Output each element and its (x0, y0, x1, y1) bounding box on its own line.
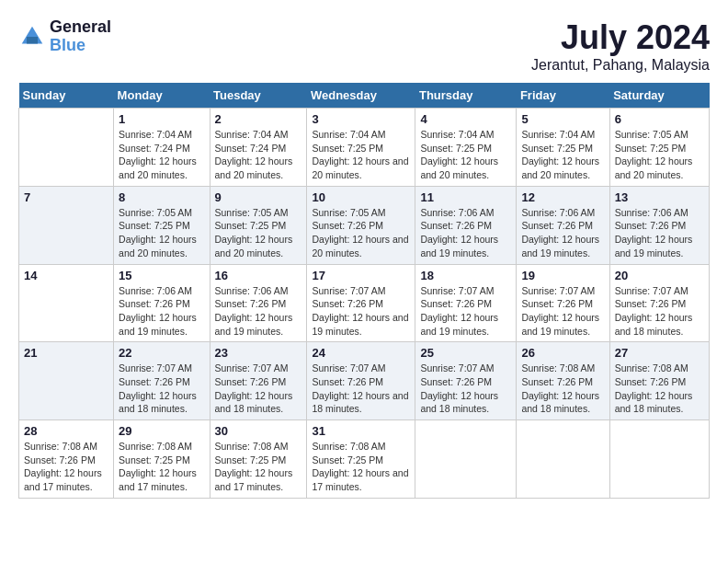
day-number: 28 (24, 424, 108, 438)
day-number: 31 (312, 424, 410, 438)
month-title: July 2024 (531, 18, 710, 57)
location-title: Jerantut, Pahang, Malaysia (531, 57, 710, 74)
day-cell: 9Sunrise: 7:05 AM Sunset: 7:25 PM Daylig… (210, 186, 307, 264)
day-number: 9 (215, 190, 302, 204)
day-number: 21 (24, 346, 108, 360)
week-row-5: 28Sunrise: 7:08 AM Sunset: 7:26 PM Dayli… (19, 420, 710, 499)
day-info: Sunrise: 7:05 AM Sunset: 7:26 PM Dayligh… (312, 206, 410, 260)
day-number: 25 (420, 346, 511, 360)
day-cell: 19Sunrise: 7:07 AM Sunset: 7:26 PM Dayli… (517, 264, 609, 342)
day-info: Sunrise: 7:08 AM Sunset: 7:25 PM Dayligh… (312, 440, 410, 494)
day-cell: 13Sunrise: 7:06 AM Sunset: 7:26 PM Dayli… (609, 186, 709, 264)
day-info: Sunrise: 7:08 AM Sunset: 7:26 PM Dayligh… (24, 440, 108, 494)
day-number: 23 (215, 346, 302, 360)
day-info: Sunrise: 7:07 AM Sunset: 7:26 PM Dayligh… (119, 362, 204, 416)
day-cell: 12Sunrise: 7:06 AM Sunset: 7:26 PM Dayli… (517, 186, 609, 264)
day-cell: 29Sunrise: 7:08 AM Sunset: 7:25 PM Dayli… (114, 420, 210, 499)
day-info: Sunrise: 7:07 AM Sunset: 7:26 PM Dayligh… (312, 284, 410, 339)
day-number: 17 (312, 269, 410, 282)
col-sunday: Sunday (19, 83, 114, 109)
day-info: Sunrise: 7:06 AM Sunset: 7:26 PM Dayligh… (420, 206, 511, 260)
day-cell: 10Sunrise: 7:05 AM Sunset: 7:26 PM Dayli… (307, 186, 415, 264)
day-info: Sunrise: 7:05 AM Sunset: 7:25 PM Dayligh… (215, 206, 302, 260)
day-number: 14 (24, 269, 108, 282)
day-number: 15 (119, 269, 204, 282)
day-cell: 23Sunrise: 7:07 AM Sunset: 7:26 PM Dayli… (210, 342, 307, 420)
day-number: 3 (312, 112, 410, 126)
day-cell (19, 109, 114, 187)
logo-text: GeneralBlue (50, 18, 111, 55)
day-info: Sunrise: 7:07 AM Sunset: 7:26 PM Dayligh… (420, 284, 511, 339)
week-row-1: 1Sunrise: 7:04 AM Sunset: 7:24 PM Daylig… (19, 109, 710, 187)
header-row: Sunday Monday Tuesday Wednesday Thursday… (19, 83, 710, 109)
day-cell: 18Sunrise: 7:07 AM Sunset: 7:26 PM Dayli… (415, 264, 517, 342)
day-cell: 8Sunrise: 7:05 AM Sunset: 7:25 PM Daylig… (114, 186, 210, 264)
day-number: 29 (119, 424, 204, 438)
day-number: 12 (521, 190, 604, 204)
day-number: 1 (119, 112, 204, 126)
calendar-table: Sunday Monday Tuesday Wednesday Thursday… (18, 83, 710, 499)
day-info: Sunrise: 7:04 AM Sunset: 7:24 PM Dayligh… (215, 128, 302, 182)
day-cell: 16Sunrise: 7:06 AM Sunset: 7:26 PM Dayli… (210, 264, 307, 342)
day-cell: 15Sunrise: 7:06 AM Sunset: 7:26 PM Dayli… (114, 264, 210, 342)
day-info: Sunrise: 7:06 AM Sunset: 7:26 PM Dayligh… (215, 284, 302, 339)
week-row-3: 1415Sunrise: 7:06 AM Sunset: 7:26 PM Day… (19, 264, 710, 342)
day-info: Sunrise: 7:08 AM Sunset: 7:25 PM Dayligh… (119, 440, 204, 494)
title-block: July 2024 Jerantut, Pahang, Malaysia (531, 18, 710, 74)
svg-rect-1 (27, 37, 38, 44)
day-cell: 22Sunrise: 7:07 AM Sunset: 7:26 PM Dayli… (114, 342, 210, 420)
logo-icon (18, 23, 46, 51)
day-number: 13 (615, 190, 704, 204)
day-info: Sunrise: 7:07 AM Sunset: 7:26 PM Dayligh… (420, 362, 511, 416)
day-number: 18 (420, 269, 511, 282)
week-row-4: 2122Sunrise: 7:07 AM Sunset: 7:26 PM Day… (19, 342, 710, 420)
day-cell: 5Sunrise: 7:04 AM Sunset: 7:25 PM Daylig… (517, 109, 609, 187)
week-row-2: 78Sunrise: 7:05 AM Sunset: 7:25 PM Dayli… (19, 186, 710, 264)
col-wednesday: Wednesday (307, 83, 415, 109)
day-info: Sunrise: 7:05 AM Sunset: 7:25 PM Dayligh… (119, 206, 204, 260)
day-cell (415, 420, 517, 499)
day-info: Sunrise: 7:04 AM Sunset: 7:25 PM Dayligh… (420, 128, 511, 182)
day-cell: 2Sunrise: 7:04 AM Sunset: 7:24 PM Daylig… (210, 109, 307, 187)
col-thursday: Thursday (415, 83, 517, 109)
day-info: Sunrise: 7:04 AM Sunset: 7:25 PM Dayligh… (521, 128, 604, 182)
day-cell: 25Sunrise: 7:07 AM Sunset: 7:26 PM Dayli… (415, 342, 517, 420)
day-cell: 17Sunrise: 7:07 AM Sunset: 7:26 PM Dayli… (307, 264, 415, 342)
day-cell: 24Sunrise: 7:07 AM Sunset: 7:26 PM Dayli… (307, 342, 415, 420)
day-number: 19 (521, 269, 604, 282)
day-number: 22 (119, 346, 204, 360)
day-cell (517, 420, 609, 499)
day-number: 7 (24, 190, 108, 204)
day-info: Sunrise: 7:04 AM Sunset: 7:24 PM Dayligh… (119, 128, 204, 182)
day-info: Sunrise: 7:04 AM Sunset: 7:25 PM Dayligh… (312, 128, 410, 182)
day-number: 16 (215, 269, 302, 282)
day-cell: 3Sunrise: 7:04 AM Sunset: 7:25 PM Daylig… (307, 109, 415, 187)
day-number: 20 (615, 269, 704, 282)
day-cell: 20Sunrise: 7:07 AM Sunset: 7:26 PM Dayli… (609, 264, 709, 342)
day-number: 11 (420, 190, 511, 204)
day-number: 2 (215, 112, 302, 126)
day-number: 30 (215, 424, 302, 438)
col-saturday: Saturday (609, 83, 709, 109)
day-info: Sunrise: 7:05 AM Sunset: 7:25 PM Dayligh… (615, 128, 704, 182)
day-cell: 7 (19, 186, 114, 264)
day-info: Sunrise: 7:06 AM Sunset: 7:26 PM Dayligh… (119, 284, 204, 339)
day-cell: 31Sunrise: 7:08 AM Sunset: 7:25 PM Dayli… (307, 420, 415, 499)
day-info: Sunrise: 7:08 AM Sunset: 7:26 PM Dayligh… (521, 362, 604, 416)
col-tuesday: Tuesday (210, 83, 307, 109)
day-cell (609, 420, 709, 499)
day-number: 8 (119, 190, 204, 204)
day-info: Sunrise: 7:08 AM Sunset: 7:26 PM Dayligh… (615, 362, 704, 416)
logo: GeneralBlue (18, 18, 111, 55)
day-number: 10 (312, 190, 410, 204)
day-info: Sunrise: 7:06 AM Sunset: 7:26 PM Dayligh… (615, 206, 704, 260)
day-cell: 21 (19, 342, 114, 420)
day-cell: 6Sunrise: 7:05 AM Sunset: 7:25 PM Daylig… (609, 109, 709, 187)
day-number: 4 (420, 112, 511, 126)
day-cell: 4Sunrise: 7:04 AM Sunset: 7:25 PM Daylig… (415, 109, 517, 187)
day-cell: 11Sunrise: 7:06 AM Sunset: 7:26 PM Dayli… (415, 186, 517, 264)
day-cell: 1Sunrise: 7:04 AM Sunset: 7:24 PM Daylig… (114, 109, 210, 187)
day-info: Sunrise: 7:07 AM Sunset: 7:26 PM Dayligh… (312, 362, 410, 416)
day-cell: 30Sunrise: 7:08 AM Sunset: 7:25 PM Dayli… (210, 420, 307, 499)
day-info: Sunrise: 7:07 AM Sunset: 7:26 PM Dayligh… (521, 284, 604, 339)
